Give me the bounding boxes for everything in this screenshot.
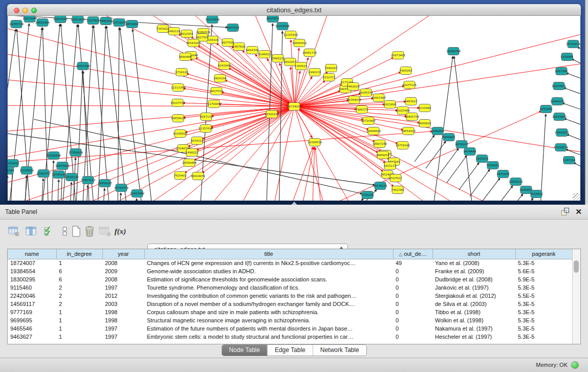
table-cell[interactable]: 0	[393, 316, 432, 324]
table-cell[interactable]: 2012	[102, 292, 144, 300]
column-header-out_de[interactable]: △out_de…	[393, 249, 432, 259]
table-row[interactable]: 1830029562008Estimation of significance …	[8, 275, 572, 283]
table-cell[interactable]: Nakamura et al. (1997)	[432, 324, 515, 333]
network-graph[interactable]: 1872400710973493748506312975115946362791…	[8, 16, 580, 201]
table-cell[interactable]: 0	[393, 333, 432, 341]
window-resize-grip[interactable]	[573, 193, 580, 200]
table-cell[interactable]: 9463627	[8, 333, 56, 341]
table-cell[interactable]: 5.3E-5	[515, 324, 572, 333]
table-cell[interactable]: 5.3E-5	[515, 333, 572, 341]
network-canvas[interactable]: 1872400710973493748506312975115946362791…	[8, 16, 580, 201]
table-cell[interactable]: 5.5E-5	[515, 292, 572, 300]
table-cell[interactable]: 1998	[102, 308, 144, 316]
table-cell[interactable]: Embryonic stem cells: a model to study s…	[144, 333, 393, 341]
table-cell[interactable]: 2	[56, 283, 102, 292]
table-cell[interactable]: 1	[56, 308, 102, 316]
float-panel-icon[interactable]	[561, 207, 569, 215]
column-header-in_degree[interactable]: in_degree	[56, 249, 102, 259]
table-cell[interactable]: 6	[56, 275, 102, 283]
delete-column-icon[interactable]	[98, 225, 112, 238]
select-columns-icon[interactable]	[25, 225, 38, 238]
tab-node-table[interactable]: Node Table	[222, 345, 268, 356]
table-cell[interactable]: 5.3E-5	[515, 259, 572, 267]
table-cell[interactable]: 9115460	[8, 283, 56, 292]
table-cell[interactable]: 0	[393, 267, 432, 275]
column-header-short[interactable]: short	[432, 249, 515, 259]
table-row[interactable]: 946362711997Embryonic stem cells: a mode…	[8, 333, 572, 341]
table-cell[interactable]: 1	[56, 259, 102, 267]
table-cell[interactable]: Investigating the contribution of common…	[144, 292, 393, 300]
table-cell[interactable]: 9465546	[8, 324, 56, 333]
table-cell[interactable]: 18300295	[8, 275, 56, 283]
table-cell[interactable]: 1997	[102, 333, 144, 341]
table-cell[interactable]: 49	[393, 259, 432, 267]
scrollbar-thumb[interactable]	[574, 260, 579, 273]
table-cell[interactable]: Dudbridge et al. (2008)	[432, 275, 515, 283]
table-cell[interactable]: de Silva et al. (2003)	[432, 300, 515, 308]
table-cell[interactable]: 1997	[102, 283, 144, 292]
table-scrollbar[interactable]	[572, 249, 580, 344]
table-cell[interactable]: 6	[56, 267, 102, 275]
select-all-check-icon[interactable]	[42, 225, 55, 238]
table-cell[interactable]: Tibbo et al. (1998)	[432, 308, 515, 316]
network-window-titlebar[interactable]: citations_edges.txt	[7, 4, 581, 16]
table-cell[interactable]: Wolkin et al. (1998)	[432, 316, 515, 324]
table-cell[interactable]: Genome-wide association studies in ADHD.	[144, 267, 393, 275]
table-cell[interactable]: 9699695	[8, 316, 56, 324]
table-cell[interactable]: 5.6E-5	[515, 267, 572, 275]
table-cell[interactable]: 9777169	[8, 308, 56, 316]
table-cell[interactable]: 2009	[102, 267, 144, 275]
table-row[interactable]: 946554611997Estimation of the future num…	[8, 324, 572, 333]
table-row[interactable]: 969969511998Structural magnetic resonanc…	[8, 316, 572, 324]
table-cell[interactable]: 1	[56, 324, 102, 333]
table-cell[interactable]: 5.3E-5	[515, 283, 572, 292]
table-row[interactable]: 911546021997Tourette syndrome. Phenomeno…	[8, 283, 572, 292]
table-cell[interactable]: 0	[393, 324, 432, 333]
table-cell[interactable]: 5.3E-5	[515, 308, 572, 316]
table-cell[interactable]: Structural magnetic resonance image aver…	[144, 316, 393, 324]
table-cell[interactable]: 2003	[102, 300, 144, 308]
table-row[interactable]: 1456911722003Disruption of a novel membe…	[8, 300, 572, 308]
table-row[interactable]: 1938455462009Genome-wide association stu…	[8, 267, 572, 275]
table-cell[interactable]: 2008	[102, 259, 144, 267]
table-cell[interactable]: Stergiakouli et al. (2012)	[432, 292, 515, 300]
table-cell[interactable]: 14569117	[8, 300, 56, 308]
table-cell[interactable]: Changes of HCN gene expression and I(f) …	[144, 259, 393, 267]
table-cell[interactable]: Franke et al. (2009)	[432, 267, 515, 275]
table-cell[interactable]: Corpus callosum shape and size in male p…	[144, 308, 393, 316]
table-cell[interactable]: 0	[393, 292, 432, 300]
table-settings-icon[interactable]	[7, 225, 20, 238]
tab-network-table[interactable]: Network Table	[313, 345, 366, 356]
table-cell[interactable]: Jankovic et al. (1997)	[432, 283, 515, 292]
table-cell[interactable]: 1	[56, 333, 102, 341]
table-cell[interactable]: 22420046	[8, 292, 56, 300]
delete-table-icon[interactable]	[83, 225, 96, 238]
table-cell[interactable]: Tourette syndrome. Phenomenology and cla…	[144, 283, 393, 292]
table-cell[interactable]: 1998	[102, 316, 144, 324]
table-cell[interactable]: 0	[393, 283, 432, 292]
column-header-year[interactable]: year	[102, 249, 144, 259]
table-row[interactable]: 2242004622012Investigating the contribut…	[8, 292, 572, 300]
table-cell[interactable]: Hescheler et al. (1997)	[432, 333, 515, 341]
column-header-name[interactable]: name	[8, 249, 56, 259]
table-cell[interactable]: 18724007	[8, 259, 56, 267]
tab-edge-table[interactable]: Edge Table	[268, 345, 313, 356]
memory-status-icon[interactable]	[571, 361, 579, 369]
table-cell[interactable]: 2	[56, 292, 102, 300]
table-cell[interactable]: Disruption of a novel member of a sodium…	[144, 300, 393, 308]
table-cell[interactable]: Estimation of significance thresholds fo…	[144, 275, 393, 283]
table-cell[interactable]: 5.9E-5	[515, 275, 572, 283]
close-panel-icon[interactable]: ✕	[575, 208, 582, 215]
table-cell[interactable]: 19384554	[8, 267, 56, 275]
table-cell[interactable]: 5.3E-5	[515, 300, 572, 308]
function-builder-icon[interactable]: f(x)	[114, 225, 127, 238]
table-cell[interactable]: Estimation of the future numbers of pati…	[144, 324, 393, 333]
table-cell[interactable]: 5.3E-5	[515, 316, 572, 324]
table-row[interactable]: 1872400712008Changes of HCN gene express…	[8, 259, 572, 267]
column-header-pagerank[interactable]: pagerank	[515, 249, 572, 259]
new-table-icon[interactable]	[70, 225, 83, 238]
table-cell[interactable]: 2	[56, 300, 102, 308]
column-header-title[interactable]: title	[144, 249, 393, 259]
table-cell[interactable]: Yano et al. (2008)	[432, 259, 515, 267]
table-cell[interactable]: 2008	[102, 275, 144, 283]
